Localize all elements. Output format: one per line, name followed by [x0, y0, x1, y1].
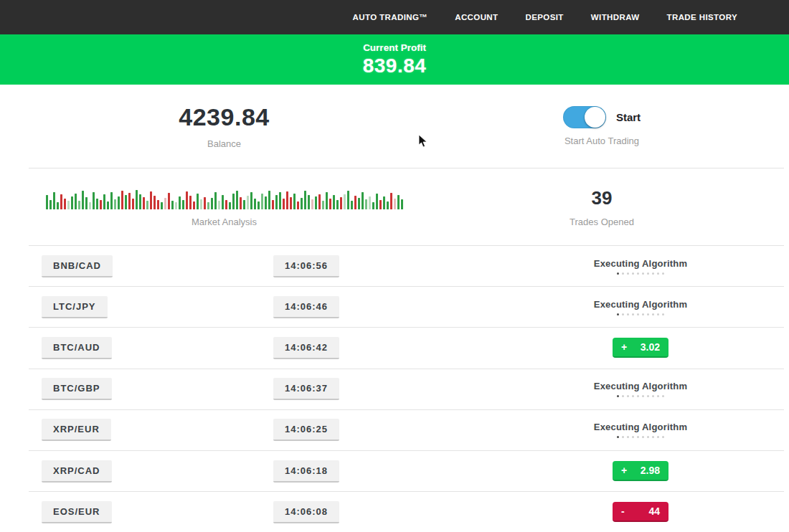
nav-trade-history[interactable]: TRADE HISTORY	[667, 13, 738, 22]
trades-opened-value: 39	[592, 187, 613, 209]
pair-chip[interactable]: XRP/EUR	[42, 419, 111, 441]
start-auto-trading-label: Start Auto Trading	[564, 136, 639, 146]
profit-badge: +2.98	[613, 461, 668, 481]
pair-chip[interactable]: LTC/JPY	[42, 296, 108, 318]
pair-chip[interactable]: XRP/CAD	[42, 460, 112, 483]
result-sign: +	[621, 341, 627, 353]
profit-badge: +3.02	[613, 338, 668, 358]
executing-algorithm-label: Executing Algorithm	[594, 422, 687, 432]
result-value: 3.02	[641, 341, 660, 353]
executing-algorithm-label: Executing Algorithm	[594, 381, 687, 391]
table-row: XRP/CAD 14:06:18 +2.98	[29, 451, 784, 492]
loading-dots	[617, 395, 664, 397]
result-sign: +	[621, 465, 627, 476]
table-row: BNB/CAD 14:06:56 Executing Algorithm	[29, 246, 784, 287]
current-profit-value: 839.84	[363, 54, 427, 77]
loading-dots	[617, 313, 664, 315]
balance-label: Balance	[207, 138, 241, 149]
executing-algorithm-label: Executing Algorithm	[594, 258, 687, 269]
loss-badge: -44	[613, 502, 668, 522]
result-value: 2.98	[641, 465, 660, 476]
result-value: 44	[648, 505, 660, 517]
market-analysis-label: Market Analysis	[192, 217, 257, 227]
table-row: XRP/EUR 14:06:25 Executing Algorithm	[29, 410, 784, 451]
result-sign: -	[621, 505, 625, 517]
stats-row-market: Market Analysis 39 Trades Opened	[0, 168, 789, 245]
nav-withdraw[interactable]: WITHDRAW	[591, 13, 640, 22]
trade-list: BNB/CAD 14:06:56 Executing Algorithm LTC…	[0, 246, 789, 532]
table-row: EOS/EUR 14:06:08 -44	[29, 492, 784, 532]
nav-account[interactable]: ACCOUNT	[455, 13, 498, 22]
trades-opened-label: Trades Opened	[570, 217, 634, 227]
top-nav: AUTO TRADING™ ACCOUNT DEPOSIT WITHDRAW T…	[0, 0, 789, 34]
time-chip[interactable]: 14:06:56	[273, 255, 339, 277]
pair-chip[interactable]: EOS/EUR	[42, 501, 112, 523]
market-analysis-chart	[46, 186, 403, 209]
time-chip[interactable]: 14:06:25	[273, 419, 339, 441]
table-row: LTC/JPY 14:06:46 Executing Algorithm	[29, 287, 784, 328]
nav-deposit[interactable]: DEPOSIT	[526, 13, 564, 22]
pair-chip[interactable]: BTC/GBP	[42, 378, 112, 400]
pair-chip[interactable]: BTC/AUD	[42, 337, 112, 359]
auto-trading-toggle[interactable]	[563, 106, 606, 128]
time-chip[interactable]: 14:06:46	[273, 296, 339, 318]
stats-row-balance: 4239.84 Balance Start Start Auto Trading	[0, 85, 789, 168]
loading-dots	[617, 436, 664, 438]
current-profit-banner: Current Profit 839.84	[0, 34, 789, 85]
pair-chip[interactable]: BNB/CAD	[42, 255, 113, 277]
time-chip[interactable]: 14:06:08	[273, 501, 339, 523]
time-chip[interactable]: 14:06:42	[273, 337, 339, 359]
table-row: BTC/AUD 14:06:42 +3.02	[29, 328, 784, 369]
nav-auto-trading[interactable]: AUTO TRADING™	[353, 13, 428, 22]
loading-dots	[617, 272, 664, 275]
executing-algorithm-label: Executing Algorithm	[594, 299, 687, 310]
time-chip[interactable]: 14:06:18	[273, 460, 339, 483]
table-row: BTC/GBP 14:06:37 Executing Algorithm	[29, 369, 784, 410]
toggle-start-label: Start	[616, 111, 641, 123]
time-chip[interactable]: 14:06:37	[273, 378, 339, 400]
toggle-knob	[585, 107, 605, 128]
current-profit-label: Current Profit	[363, 42, 426, 53]
balance-value: 4239.84	[179, 103, 269, 131]
